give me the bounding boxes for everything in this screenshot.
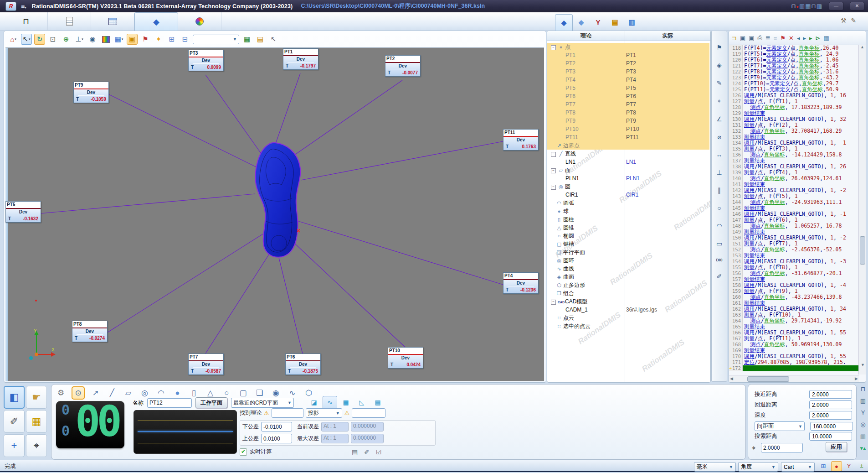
tree-row-point-item[interactable]: PT1PT1 bbox=[547, 51, 709, 59]
projection-input[interactable] bbox=[352, 408, 385, 418]
diameter-icon[interactable]: ⌀ bbox=[717, 133, 721, 140]
angle-tab[interactable]: ◺ bbox=[354, 396, 369, 408]
joystick-mode-button[interactable]: ⌖ bbox=[26, 434, 47, 457]
code-line[interactable]: 132 测点/直角坐标, 32.708417,168.29 bbox=[729, 128, 866, 134]
expand-toggle[interactable]: − bbox=[551, 45, 556, 50]
lower-tolerance-input[interactable] bbox=[261, 422, 292, 431]
deviation-label-pt3[interactable]: PT3DevT0.0099 bbox=[188, 50, 224, 71]
app-icon[interactable]: R bbox=[5, 2, 16, 11]
probe-config-icon[interactable]: ⚙ bbox=[55, 387, 67, 399]
tree-row-point-group[interactable]: −●点 bbox=[547, 43, 709, 51]
pick-element-icon[interactable]: ↖ bbox=[268, 34, 279, 45]
code-line[interactable]: 126调用/M(EASI_CLEARPLN_GOTO), 1, 16 bbox=[729, 93, 866, 99]
tree-row-curve-group[interactable]: ∿曲线 bbox=[547, 265, 709, 273]
grid-icon[interactable]: ▦ bbox=[823, 35, 829, 42]
code-line[interactable]: 152 测点/直角坐标, -2.456376,-52.05 bbox=[729, 247, 866, 253]
code-line[interactable]: 168 测点/直角坐标, 50.969194,130.09 bbox=[729, 342, 866, 348]
forward-icon[interactable]: ▸ bbox=[803, 35, 806, 42]
code-line[interactable]: 145测量结束 bbox=[729, 205, 866, 211]
feature-name-input[interactable] bbox=[147, 398, 192, 408]
note-icon[interactable]: ✐ bbox=[717, 273, 722, 280]
tree-row-plane-item[interactable]: PLN1PLN1 bbox=[547, 174, 709, 182]
confirm-icon[interactable]: ☑ bbox=[376, 448, 382, 456]
code-line[interactable]: 148 测点/直角坐标, -1.065257,-16.78 bbox=[729, 223, 866, 229]
code-line[interactable]: 147测量/点, F(PT6), 1 bbox=[729, 217, 866, 223]
comb-icon[interactable]: ▤ bbox=[255, 34, 266, 45]
deviation-label-pt6[interactable]: PT6DevT-0.1875 bbox=[285, 353, 321, 375]
expand-toggle[interactable]: − bbox=[551, 152, 556, 157]
code-line[interactable]: 118F(PT4)=元素定义/点,直角坐标,26.40 bbox=[729, 45, 866, 51]
open-icon[interactable]: ⊐ bbox=[732, 35, 737, 42]
tree-row-point-item[interactable]: PT7PT7 bbox=[547, 100, 709, 109]
home-icon[interactable]: ⌂▾ bbox=[8, 34, 19, 45]
code-line[interactable]: 129测量结束 bbox=[729, 110, 866, 116]
tree-row-line-group[interactable]: −╱直线 bbox=[547, 150, 709, 158]
code-line[interactable]: 164 测点/直角坐标, 29.714341,-19.92 bbox=[729, 318, 866, 324]
outline-icon[interactable]: ≡ bbox=[774, 35, 777, 42]
code-line[interactable]: 163测量/点, F(PT10), 1 bbox=[729, 312, 866, 318]
tree-row-torus-group[interactable]: ◎圆环 bbox=[547, 256, 709, 265]
edit-icon[interactable]: ✎ bbox=[717, 79, 722, 87]
auto-label-icon[interactable]: ▣ bbox=[127, 34, 138, 45]
code-line[interactable]: 169测量结束 bbox=[729, 348, 866, 353]
projection-dropdown[interactable]: 投影▼ bbox=[306, 408, 342, 418]
code-line[interactable]: 140 测点/直角坐标, 26.403929,124.61 bbox=[729, 176, 866, 182]
save-icon[interactable]: ▣ bbox=[740, 35, 745, 42]
tree-row-plane-group[interactable]: −▱面 bbox=[547, 166, 709, 174]
code-line[interactable]: 170调用/M(EASI_CLEARPLN_GOTO), 1, 55 bbox=[729, 353, 866, 359]
code-line[interactable]: 143测量/点, F(PT5), 1 bbox=[729, 193, 866, 199]
table-tab[interactable]: ▦ bbox=[339, 396, 353, 408]
code-line[interactable]: 119F(PT5)=元素定义/点,直角坐标,-24.9 bbox=[729, 51, 866, 57]
tree-row-point-item[interactable]: PT6PT6 bbox=[547, 92, 709, 100]
code-line[interactable]: 171定位/294.887085, 198.939578, 215. bbox=[729, 359, 866, 365]
report-icon[interactable]: ▤ bbox=[352, 448, 358, 456]
add-window-icon[interactable]: ⊞ bbox=[166, 34, 177, 45]
code-line[interactable]: 161测量结束 bbox=[729, 300, 866, 306]
deviation-label-pt11[interactable]: PT11DevT0.1763 bbox=[503, 129, 539, 151]
code-line[interactable]: 130调用/M(EASI_CLEARPLN_GOTO), 1, 32 bbox=[729, 116, 866, 122]
deviation-label-pt10[interactable]: PT10DevT0.0424 bbox=[388, 347, 423, 369]
program-hscrollbar[interactable]: ◀▶ bbox=[729, 375, 859, 382]
coordsys-dropdown[interactable]: Cart▼ bbox=[781, 462, 815, 472]
spacing-face-dropdown[interactable]: 间距面▼ bbox=[755, 421, 805, 431]
distance-input[interactable] bbox=[809, 400, 852, 409]
tab-screen[interactable]: ▥ bbox=[623, 14, 640, 30]
coordsys-icon[interactable]: ⊞ bbox=[818, 461, 828, 470]
probe-pin-icon[interactable]: ⊥▾ bbox=[74, 34, 85, 45]
tag-icon[interactable]: ⚑ bbox=[140, 34, 151, 45]
deviation-label-pt9[interactable]: PT9DevT-0.1059 bbox=[73, 82, 109, 103]
workplane-button[interactable]: 工作平面 bbox=[195, 397, 227, 408]
expand-toggle[interactable]: − bbox=[551, 185, 556, 190]
tab-probe[interactable]: Y bbox=[590, 14, 606, 30]
expand-toggle[interactable]: − bbox=[551, 168, 556, 173]
deviation-label-pt2[interactable]: PT2DevT-0.0077 bbox=[385, 55, 421, 77]
code-line[interactable]: 125F(PT11)=元素定义/点,直角坐标,50.9 bbox=[729, 87, 866, 93]
code-line[interactable]: 160 测点/直角坐标, -43.237466,139.8 bbox=[729, 294, 866, 300]
deviation-label-pt5[interactable]: PT5DevT-0.1632 bbox=[5, 201, 41, 223]
probe-mode-button[interactable]: ✐ bbox=[4, 410, 25, 433]
tree-row-circle-item[interactable]: CIR1CIR1 bbox=[547, 191, 709, 199]
deviation-label-pt8[interactable]: PT8DevT-0.0274 bbox=[72, 321, 108, 342]
tree-row-point-item[interactable]: PT4PT4 bbox=[547, 76, 709, 84]
tree-row-group-group[interactable]: ❐组合 bbox=[547, 289, 709, 297]
tree-row-point-item[interactable]: PT10PT10 bbox=[547, 125, 709, 133]
print-icon[interactable]: ⎙ bbox=[758, 34, 762, 42]
angle-icon[interactable]: ∠ bbox=[716, 115, 722, 123]
view-refresh-icon[interactable]: ↻ bbox=[34, 34, 45, 45]
tab-solid-view[interactable]: ◆ bbox=[573, 14, 590, 30]
code-line[interactable]: 157测量结束 bbox=[729, 276, 866, 282]
code-line[interactable]: 154调用/M(EASI_CLEARPLN_GOTO), 1, -3 bbox=[729, 259, 866, 265]
profile-icon[interactable]: ◠ bbox=[716, 222, 722, 229]
code-line[interactable]: 150调用/M(EASI_CLEARPLN_GOTO), 1, -2 bbox=[729, 235, 866, 241]
distance-input[interactable] bbox=[809, 432, 852, 441]
report-table-icon[interactable]: ▦ bbox=[241, 34, 252, 45]
tolerance-icon[interactable]: ± bbox=[857, 461, 867, 470]
list-icon[interactable]: ≣ bbox=[765, 35, 770, 42]
3d-viewport[interactable]: PT1DevT-0.1797PT2DevT-0.0077PT3DevT0.009… bbox=[5, 47, 544, 381]
save-all-icon[interactable]: ▣ bbox=[749, 35, 754, 42]
code-line[interactable]: 166调用/M(EASI_CLEARPLN_GOTO), 1, 55 bbox=[729, 330, 866, 336]
tree-row-circle-group[interactable]: −◎圆 bbox=[547, 182, 709, 191]
tab-comb[interactable]: ▤ bbox=[606, 14, 623, 30]
display-icon[interactable]: ▥ bbox=[860, 433, 866, 440]
machine-icon[interactable]: ⊓ bbox=[861, 385, 865, 392]
